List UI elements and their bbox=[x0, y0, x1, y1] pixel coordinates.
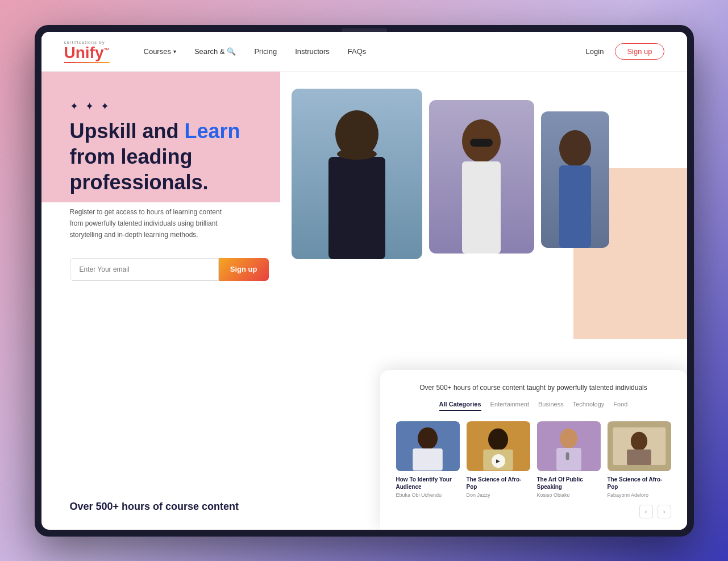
nav-arrows: ‹ › bbox=[396, 505, 671, 518]
svg-point-20 bbox=[630, 431, 647, 450]
logo-nify-text: nify bbox=[76, 44, 104, 61]
course-title-3: The Art Of Public Speaking bbox=[537, 476, 601, 491]
svg-rect-5 bbox=[470, 139, 493, 147]
svg-point-6 bbox=[559, 130, 591, 167]
cat-tab-entertainment[interactable]: Entertainment bbox=[490, 401, 529, 411]
course-author-2: Don Jazzy bbox=[467, 492, 530, 498]
screen: certifications by Unify™ Courses ▾ Searc… bbox=[41, 32, 687, 530]
course-thumb-4 bbox=[608, 421, 671, 471]
main-content: ✦ ✦ ✦ Upskill and Learn from leadingprof… bbox=[41, 72, 687, 530]
course-card-3[interactable]: The Art Of Public Speaking Kosiso Obiako bbox=[537, 421, 601, 498]
course-img-svg-1 bbox=[396, 421, 460, 471]
course-thumb-bg-3 bbox=[537, 421, 601, 471]
play-button-2[interactable]: ▶ bbox=[492, 454, 505, 468]
navbar: certifications by Unify™ Courses ▾ Searc… bbox=[41, 32, 687, 72]
floating-card: Over 500+ hours of course content taught… bbox=[380, 370, 687, 530]
course-title-1: How To Identify Your Audience bbox=[396, 476, 460, 491]
svg-point-9 bbox=[417, 427, 437, 449]
email-input[interactable] bbox=[70, 258, 219, 281]
nav-pricing[interactable]: Pricing bbox=[254, 47, 277, 56]
bottom-text: Over 500+ hours of course content bbox=[70, 501, 269, 513]
svg-rect-10 bbox=[413, 448, 443, 470]
course-author-4: Fabayomi Adeloro bbox=[608, 492, 671, 498]
nav-search[interactable]: Search & 🔍 bbox=[194, 47, 236, 56]
hero-image-1 bbox=[292, 89, 422, 259]
hero-title-part1: Upskill and bbox=[70, 119, 185, 143]
nav-courses[interactable]: Courses ▾ bbox=[144, 47, 176, 56]
logo-tm-text: ™ bbox=[104, 47, 110, 53]
course-thumb-2: ▶ bbox=[467, 421, 530, 471]
nav-faqs[interactable]: FAQs bbox=[348, 47, 367, 56]
svg-point-15 bbox=[559, 428, 577, 448]
hero-title-part2: from leadingprofessionals. bbox=[70, 145, 209, 194]
course-card-1[interactable]: How To Identify Your Audience Ebuka Obi … bbox=[396, 421, 460, 498]
svg-rect-4 bbox=[462, 161, 501, 254]
sparkle-group: ✦ ✦ ✦ bbox=[70, 100, 269, 113]
course-title-2: The Science of Afro-Pop bbox=[467, 476, 530, 491]
course-author-1: Ebuka Obi Uchendu bbox=[396, 492, 460, 498]
svg-rect-1 bbox=[328, 157, 385, 259]
prev-button[interactable]: ‹ bbox=[639, 505, 653, 518]
hero-left: ✦ ✦ ✦ Upskill and Learn from leadingprof… bbox=[41, 72, 292, 530]
svg-point-12 bbox=[488, 428, 507, 450]
nav-instructors[interactable]: Instructors bbox=[295, 47, 330, 56]
course-author-3: Kosiso Obiako bbox=[537, 492, 601, 498]
course-card-4[interactable]: The Science of Afro-Pop Fabayomi Adeloro bbox=[608, 421, 671, 498]
signup-form-button[interactable]: Sign up bbox=[219, 258, 269, 281]
course-grid: How To Identify Your Audience Ebuka Obi … bbox=[396, 421, 671, 498]
course-thumb-3 bbox=[537, 421, 601, 471]
logo: certifications by Unify™ bbox=[64, 40, 110, 63]
card-tagline: Over 500+ hours of course content taught… bbox=[396, 384, 671, 392]
course-img-svg-4 bbox=[608, 421, 671, 471]
cat-tab-business[interactable]: Business bbox=[538, 401, 564, 411]
svg-rect-21 bbox=[627, 449, 651, 464]
person-svg-1 bbox=[292, 89, 422, 259]
hero-title: Upskill and Learn from leadingprofession… bbox=[70, 118, 269, 195]
hero-image-2 bbox=[429, 100, 534, 254]
category-tabs: All Categories Entertainment Business Te… bbox=[396, 401, 671, 411]
svg-rect-17 bbox=[565, 452, 569, 460]
course-thumb-1 bbox=[396, 421, 460, 471]
hero-title-highlight: Learn bbox=[185, 119, 240, 143]
cat-tab-technology[interactable]: Technology bbox=[573, 401, 605, 411]
logo-main: Unify™ bbox=[64, 45, 110, 61]
course-card-2[interactable]: ▶ The Science of Afro-Pop Don Jazzy bbox=[467, 421, 530, 498]
person-svg-2 bbox=[429, 100, 534, 254]
course-img-svg-3 bbox=[537, 421, 601, 471]
course-title-4: The Science of Afro-Pop bbox=[608, 476, 671, 491]
nav-actions: Login Sign up bbox=[586, 43, 664, 60]
logo-underline bbox=[64, 62, 110, 63]
sparkle-icon-2: ✦ bbox=[85, 100, 94, 113]
svg-point-2 bbox=[337, 148, 377, 160]
cat-tab-all[interactable]: All Categories bbox=[439, 401, 481, 411]
svg-rect-7 bbox=[559, 165, 591, 248]
cat-tab-food[interactable]: Food bbox=[613, 401, 627, 411]
nav-links: Courses ▾ Search & 🔍 Pricing Instructors… bbox=[144, 47, 586, 56]
search-icon: 🔍 bbox=[227, 47, 236, 56]
hero-image-3 bbox=[541, 111, 609, 248]
sparkle-icon-3: ✦ bbox=[101, 100, 109, 113]
chevron-down-icon: ▾ bbox=[173, 48, 176, 55]
signup-button[interactable]: Sign up bbox=[615, 43, 664, 60]
sparkle-icon-1: ✦ bbox=[70, 100, 78, 113]
device-frame: certifications by Unify™ Courses ▾ Searc… bbox=[35, 25, 694, 537]
person-svg-3 bbox=[541, 111, 609, 248]
logo-u-text: U bbox=[64, 44, 76, 61]
hero-description: Register to get access to hours of learn… bbox=[70, 206, 229, 241]
course-thumb-bg-4 bbox=[608, 421, 671, 471]
course-thumb-bg-1 bbox=[396, 421, 460, 471]
login-button[interactable]: Login bbox=[586, 47, 604, 56]
next-button[interactable]: › bbox=[658, 505, 671, 518]
email-form: Sign up bbox=[70, 258, 269, 281]
